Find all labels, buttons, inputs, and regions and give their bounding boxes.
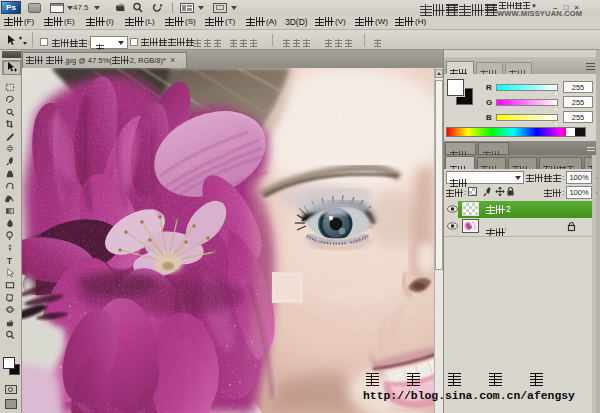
svg-text:T: T <box>7 256 13 266</box>
